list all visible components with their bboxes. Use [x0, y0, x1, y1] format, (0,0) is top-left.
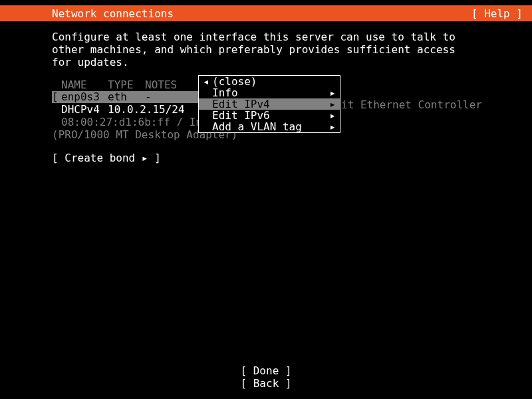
menu-edit-ipv6[interactable]: Edit IPv6 ▸: [199, 110, 340, 121]
dhcp-label: DHCPv4: [61, 103, 108, 116]
dhcp-ip: 10.0.2.15/24: [108, 103, 185, 116]
instruction-text: Configure at least one interface this se…: [52, 31, 480, 69]
chevron-left-icon: ◂: [203, 75, 212, 88]
chevron-right-icon: ▸: [329, 120, 336, 133]
page-title: Network connections: [52, 7, 174, 20]
menu-info[interactable]: Info ▸: [199, 87, 340, 98]
create-bond-button[interactable]: [ Create bond ▸ ]: [52, 152, 480, 164]
back-button[interactable]: [ Back ]: [0, 377, 532, 390]
col-header-type: TYPE: [108, 78, 145, 91]
menu-close[interactable]: ◂ (close): [199, 76, 340, 87]
iface-name: enp0s3: [61, 90, 108, 103]
header-bar: Network connections [ Help ]: [0, 5, 532, 21]
menu-edit-ipv4[interactable]: Edit IPv4 ▸: [199, 98, 340, 110]
bracket-left: [: [52, 90, 61, 103]
done-button[interactable]: [ Done ]: [0, 364, 532, 377]
help-button[interactable]: [ Help ]: [471, 7, 523, 20]
bottom-buttons: [ Done ] [ Back ]: [0, 364, 532, 390]
interface-menu-popup: ◂ (close) Info ▸ Edit IPv4 ▸ Edit IPv6 ▸…: [198, 75, 340, 133]
col-header-notes: NOTES: [145, 78, 177, 91]
menu-add-vlan-label: Add a VLAN tag: [212, 120, 329, 133]
iface-type: eth: [108, 90, 145, 103]
col-header-name: NAME: [61, 78, 108, 91]
hw-tail: it Ethernet Controller: [341, 98, 482, 111]
menu-add-vlan[interactable]: Add a VLAN tag ▸: [199, 121, 340, 132]
